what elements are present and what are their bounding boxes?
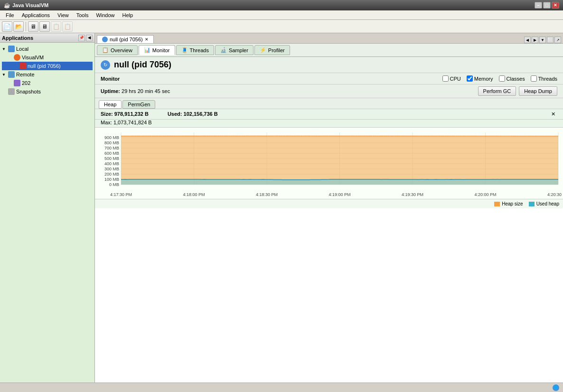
size-label-text: Size: (101, 111, 113, 117)
sidebar-item-visualvm[interactable]: VisualVM (2, 53, 93, 62)
sidebar-item-202[interactable]: 202 (2, 79, 93, 87)
chart-container: Size: 978,911,232 B Used: 102,156,736 B … (95, 109, 563, 383)
used-stat: Used: 102,156,736 B (168, 111, 218, 117)
cpu-checkbox[interactable] (442, 75, 449, 82)
legend-heap-size: Heap size (494, 201, 523, 206)
size-stat: Size: 978,911,232 B (101, 111, 149, 117)
menu-file[interactable]: File (2, 11, 18, 19)
monitor-icon: 📊 (144, 47, 150, 53)
process-title: null (pid 7056) (114, 60, 171, 70)
sidebar-label-202: 202 (22, 80, 30, 86)
menu-bar: File Applications View Tools Window Help (0, 10, 563, 20)
heap-tab-heap[interactable]: Heap (99, 100, 122, 109)
minimize-button[interactable]: – (535, 2, 542, 9)
memory-checkbox[interactable] (467, 75, 473, 82)
status-icon[interactable]: 🌐 (553, 384, 559, 391)
perform-gc-button[interactable]: Perform GC (478, 86, 516, 96)
sidebar-item-local[interactable]: ▼ Local (2, 45, 93, 53)
tab-monitor[interactable]: 📊 Monitor (139, 45, 175, 55)
tab-overview[interactable]: 📋 Overview (97, 45, 138, 55)
tab-sampler-label: Sampler (229, 47, 248, 53)
used-value: 102,156,736 B (184, 111, 218, 117)
nav-tabs: 📋 Overview 📊 Monitor 🧵 Threads 🔬 Sampler… (95, 44, 563, 57)
overview-icon: 📋 (102, 47, 109, 53)
local-icon (8, 45, 15, 53)
pid-icon (19, 62, 27, 70)
heap-tab-permgen[interactable]: PermGen (122, 100, 155, 109)
app-title: Java VisualVM (12, 2, 48, 8)
uptime-label: Uptime: (101, 88, 120, 94)
content-area: null (pid 7056) ✕ ◀ ▶ ▼ ⬜ ↗ 📋 Overview 📊… (95, 33, 563, 383)
menu-tools[interactable]: Tools (73, 11, 93, 19)
sidebar-label-remote: Remote (16, 72, 35, 77)
titlebar-controls: – □ ✕ (535, 2, 559, 9)
tab-dropdown[interactable]: ▼ (539, 37, 546, 43)
menu-view[interactable]: View (54, 11, 73, 19)
sidebar-label-snapshots: Snapshots (16, 89, 41, 94)
check-classes: Classes (499, 75, 525, 82)
sidebar-label-visualvm: VisualVM (22, 55, 44, 60)
chart-close-button[interactable]: ✕ (549, 111, 557, 117)
check-cpu: CPU (442, 75, 461, 82)
menu-window[interactable]: Window (92, 11, 118, 19)
monitor-label: Monitor (101, 76, 120, 82)
max-info: Max: 1,073,741,824 B (95, 120, 563, 128)
sidebar-pin-button[interactable]: 📌 (78, 35, 85, 41)
tab-restore[interactable]: ⬜ (547, 37, 554, 43)
toolbar-app-button[interactable]: 🖥 (28, 21, 38, 32)
used-label: Used: 102,156,736 B (168, 111, 218, 117)
legend-used-label: Used heap (536, 201, 559, 206)
tab-null-pid[interactable]: null (pid 7056) ✕ (97, 35, 154, 43)
chart-area (95, 128, 563, 199)
title-bar: ☕ Java VisualVM – □ ✕ (0, 0, 563, 10)
toolbar-grayed1-button: 📋 (51, 21, 61, 32)
maximize-button[interactable]: □ (543, 2, 551, 9)
tab-nav-left[interactable]: ◀ (524, 37, 531, 43)
status-bar: 🌐 (0, 383, 563, 392)
tab-close-button[interactable]: ✕ (145, 37, 149, 42)
menu-applications[interactable]: Applications (18, 11, 54, 19)
tab-sampler[interactable]: 🔬 Sampler (215, 45, 253, 55)
max-label: Max: (101, 120, 112, 125)
sidebar-label-null-pid: null (pid 7056) (28, 63, 61, 69)
sidebar-collapse-button[interactable]: ◀ (86, 35, 93, 41)
size-value: 978,911,232 B (114, 111, 149, 117)
tab-float[interactable]: ↗ (554, 37, 561, 43)
sidebar-item-remote[interactable]: ▼ Remote (2, 70, 93, 79)
sampler-icon: 🔬 (220, 47, 227, 53)
process-header: ↻ null (pid 7056) (95, 57, 563, 73)
remote-icon (8, 71, 15, 78)
heap-tabs: Heap PermGen (95, 98, 563, 109)
toolbar: 📄 📂 🖥 🖥 📋 📋 (0, 20, 563, 33)
sidebar-item-null-pid[interactable]: null (pid 7056) (2, 62, 93, 70)
tab-controls: ◀ ▶ ▼ ⬜ ↗ (524, 37, 561, 43)
classes-checkbox[interactable] (499, 75, 505, 82)
sidebar-label-local: Local (16, 46, 28, 52)
uptime-value: 29 hrs 20 min 45 sec (122, 88, 170, 94)
sidebar-item-snapshots[interactable]: Snapshots (2, 87, 93, 96)
threads-icon: 🧵 (181, 47, 188, 53)
toolbar-new-button[interactable]: 📄 (2, 21, 12, 32)
toolbar-app2-button[interactable]: 🖥 (39, 21, 50, 32)
toolbar-grayed2-button: 📋 (62, 21, 73, 32)
check-threads: Threads (531, 75, 557, 82)
close-button[interactable]: ✕ (552, 2, 559, 9)
tab-nav-right[interactable]: ▶ (532, 37, 538, 43)
legend-used-heap: Used heap (529, 201, 559, 206)
threads-checkbox[interactable] (531, 75, 537, 82)
tab-monitor-label: Monitor (152, 47, 170, 53)
monitor-checkboxes: CPU Memory Classes Threads (442, 75, 557, 82)
snap-icon (8, 88, 15, 95)
profiler-icon: ⚡ (260, 47, 266, 53)
process-spinning-icon: ↻ (103, 62, 107, 67)
chart-legend: Heap size Used heap (95, 199, 563, 208)
tab-overview-label: Overview (111, 47, 132, 53)
sidebar: Applications 📌 ◀ ▼ Local VisualVM (0, 33, 95, 383)
tab-threads[interactable]: 🧵 Threads (176, 45, 214, 55)
tab-profiler[interactable]: ⚡ Profiler (254, 45, 290, 55)
menu-help[interactable]: Help (119, 11, 137, 19)
tab-profiler-label: Profiler (268, 47, 285, 53)
heap-dump-button[interactable]: Heap Dump (519, 86, 557, 96)
toolbar-open-button[interactable]: 📂 (13, 21, 24, 32)
classes-label: Classes (507, 76, 525, 82)
